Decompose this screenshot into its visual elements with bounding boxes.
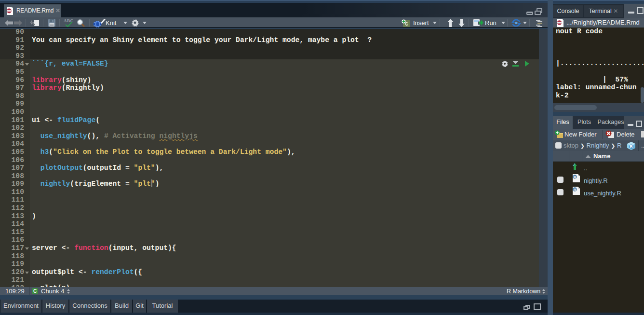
svg-text:R: R: [630, 144, 632, 149]
svg-text:R: R: [574, 175, 577, 179]
svg-text:R: R: [574, 188, 577, 192]
